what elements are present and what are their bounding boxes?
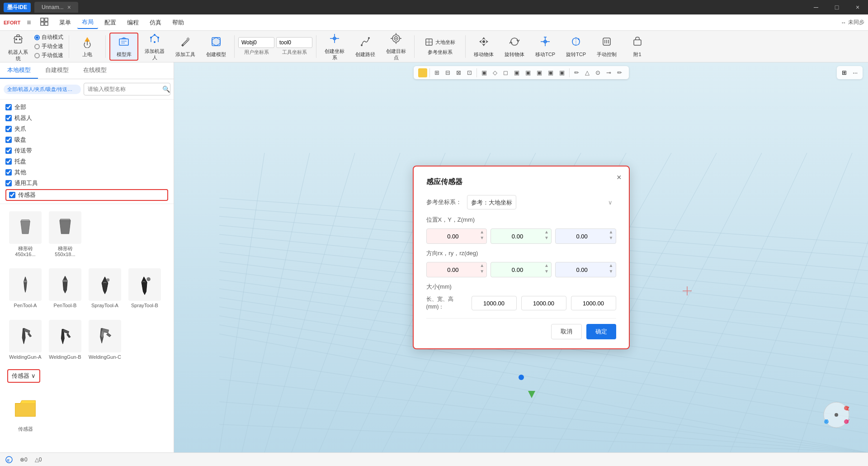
checkbox-pallet-input[interactable] xyxy=(5,158,12,165)
dir-y-up[interactable]: ▲ xyxy=(543,263,550,268)
title-tab[interactable]: Unnam... × xyxy=(34,2,78,13)
pos-z-down[interactable]: ▼ xyxy=(608,235,614,241)
menu-item-layout[interactable]: 布局 xyxy=(77,16,98,29)
checkbox-conveyor[interactable]: 传送带 xyxy=(5,146,168,156)
attach-button[interactable]: 附1 xyxy=(623,33,652,61)
auto-mode-radio[interactable]: 自动模式 xyxy=(34,33,63,41)
sensor-section-header[interactable]: 传感器 ∨ xyxy=(7,369,40,383)
checkbox-other-input[interactable] xyxy=(5,169,12,176)
model-item-trapezoid2[interactable]: 梯形砖550x18... xyxy=(47,209,83,259)
manual-full-radio[interactable]: 手动全速 xyxy=(34,43,63,50)
tab-online-model[interactable]: 在线模型 xyxy=(76,62,114,79)
add-tool-button[interactable]: 添加工具 xyxy=(171,33,200,61)
sync-button[interactable]: ↔ 未同步 xyxy=(841,19,864,26)
checkbox-robot[interactable]: 机器人 xyxy=(5,113,168,123)
checkbox-other[interactable]: 其他 xyxy=(5,167,168,177)
add-robot-button[interactable]: 添加机器人 xyxy=(140,33,169,61)
checkbox-all-input[interactable] xyxy=(5,104,12,110)
size-length-input[interactable] xyxy=(472,296,517,310)
checkbox-gripper-input[interactable] xyxy=(5,126,12,132)
search-icon[interactable]: 🔍 xyxy=(162,86,170,93)
confirm-button[interactable]: 确定 xyxy=(586,324,616,339)
pos-z-up[interactable]: ▲ xyxy=(608,229,614,235)
size-height-input[interactable] xyxy=(571,296,616,310)
dir-x-input[interactable] xyxy=(426,262,487,277)
pos-z-input[interactable] xyxy=(555,228,616,244)
pos-y-up[interactable]: ▲ xyxy=(543,229,550,235)
rotate-object-button[interactable]: 旋转物体 xyxy=(500,33,529,61)
close-tab-button[interactable]: × xyxy=(67,4,71,11)
menu-item-program[interactable]: 编程 xyxy=(123,17,143,29)
dir-y-input[interactable] xyxy=(491,262,552,277)
tool-input[interactable] xyxy=(276,37,312,48)
manual-control-button[interactable]: 手动控制 xyxy=(592,33,621,61)
dir-z-down[interactable]: ▼ xyxy=(608,269,614,274)
pos-x-up[interactable]: ▲ xyxy=(479,229,485,235)
checkbox-pallet[interactable]: 托盘 xyxy=(5,157,168,166)
manual-slow-radio[interactable]: 手动低速 xyxy=(34,52,63,59)
ref-coord-button[interactable]: 大地坐标 参考坐标系 xyxy=(418,33,462,61)
pos-x-down[interactable]: ▼ xyxy=(479,235,485,241)
select-arrow-icon: ∨ xyxy=(608,199,613,206)
tab-custom-model[interactable]: 自建模型 xyxy=(38,62,76,79)
model-item-weldgun-a[interactable]: WeldingGun-A xyxy=(7,318,43,362)
dir-y-down[interactable]: ▼ xyxy=(543,269,550,274)
ref-coord-select[interactable]: 参考：大地坐标 xyxy=(467,195,516,209)
dir-x-down[interactable]: ▼ xyxy=(479,269,485,274)
model-item-sensor[interactable]: 传感器 xyxy=(7,390,43,434)
pos-x-input[interactable] xyxy=(426,228,487,244)
checkbox-universal-tool-input[interactable] xyxy=(5,180,12,186)
create-coord-button[interactable]: 创建坐标系 xyxy=(320,33,349,61)
menu-item-config[interactable]: 配置 xyxy=(100,17,121,29)
tab-local-model[interactable]: 本地模型 xyxy=(0,62,38,79)
create-model-button[interactable]: 创建模型 xyxy=(202,33,231,61)
checkbox-conveyor-input[interactable] xyxy=(5,147,12,154)
model-lib-button[interactable]: 模型库 xyxy=(109,33,138,61)
dir-x-up[interactable]: ▲ xyxy=(479,263,485,268)
rotate-tcp-button[interactable]: 旋转TCP xyxy=(561,33,590,61)
pos-input-row: ▲ ▼ ▲ ▼ ▲ xyxy=(426,228,616,244)
checkbox-gripper[interactable]: 夹爪 xyxy=(5,124,168,134)
menu-item-menu[interactable]: 菜单 xyxy=(55,17,75,29)
checkbox-all[interactable]: 全部 xyxy=(5,102,168,112)
sync-label: 未同步 xyxy=(848,19,864,26)
pos-y-down[interactable]: ▼ xyxy=(543,235,550,241)
close-window-button[interactable]: × xyxy=(847,0,868,14)
move-tcp-button[interactable]: 移动TCP xyxy=(531,33,560,61)
robot-system-button[interactable]: 机器人系统 xyxy=(4,33,33,61)
create-target-button[interactable]: 创建目标点 xyxy=(382,33,410,61)
model-item-trapezoid1[interactable]: 梯形砖450x16... xyxy=(7,209,43,259)
checkbox-universal-tool[interactable]: 通用工具 xyxy=(5,178,168,188)
menu-hamburger-icon[interactable]: ≡ xyxy=(24,17,33,29)
cancel-button[interactable]: 取消 xyxy=(551,324,582,339)
search-input[interactable] xyxy=(84,83,171,95)
modal-close-button[interactable]: × xyxy=(617,173,622,182)
maximize-button[interactable]: □ xyxy=(826,0,847,14)
checkbox-robot-input[interactable] xyxy=(5,115,12,121)
minimize-button[interactable]: ─ xyxy=(806,0,826,14)
menu-item-layout-icon[interactable] xyxy=(36,16,53,29)
size-width-input[interactable] xyxy=(521,296,566,310)
pos-y-input[interactable] xyxy=(491,228,552,244)
checkbox-sensor-input[interactable] xyxy=(9,192,15,198)
model-item-pentool-a[interactable]: PenTool-A xyxy=(7,266,43,310)
checkbox-suction[interactable]: 吸盘 xyxy=(5,135,168,145)
model-item-spraytool-b[interactable]: SprayTool-B xyxy=(127,266,163,310)
power-on-button[interactable]: 上电 xyxy=(73,33,102,61)
svg-marker-51 xyxy=(21,221,30,233)
filter-tag[interactable]: 全部/机器人/夹爪/吸盘/传送带/托盘 xyxy=(4,85,81,94)
checkbox-sensor[interactable]: 传感器 xyxy=(5,189,168,201)
menu-item-help[interactable]: 帮助 xyxy=(168,17,189,29)
move-object-button[interactable]: 移动物体 xyxy=(469,33,498,61)
dir-z-up[interactable]: ▲ xyxy=(608,263,614,268)
title-bar: 墨斗IDE Unnam... × ─ □ × xyxy=(0,0,868,14)
model-item-weldgun-b[interactable]: WeldingGun-B xyxy=(47,318,83,362)
model-item-spraytool-a[interactable]: SprayTool-A xyxy=(87,266,123,310)
checkbox-suction-input[interactable] xyxy=(5,137,12,143)
dir-z-input[interactable] xyxy=(555,262,616,277)
create-path-button[interactable]: 创建路径 xyxy=(351,33,380,61)
model-item-pentool-b[interactable]: PenTool-B xyxy=(47,266,83,310)
wobj-input[interactable] xyxy=(238,37,274,48)
menu-item-sim[interactable]: 仿真 xyxy=(145,17,166,29)
model-item-weldgun-c[interactable]: WeldingGun-C xyxy=(87,318,123,362)
